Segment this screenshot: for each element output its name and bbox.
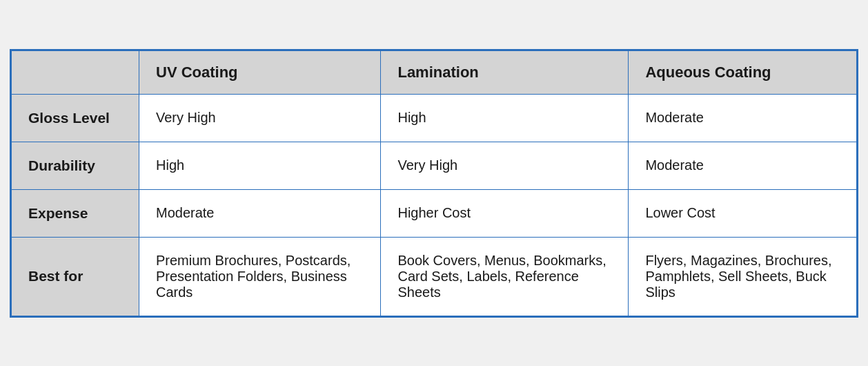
row-best-for: Best for Premium Brochures, Postcards, P… bbox=[12, 237, 857, 316]
cell-expense-uv: Moderate bbox=[139, 189, 381, 237]
header-aqueous-coating: Aqueous Coating bbox=[629, 50, 857, 94]
comparison-table-wrapper: UV Coating Lamination Aqueous Coating Gl… bbox=[10, 49, 858, 318]
comparison-table: UV Coating Lamination Aqueous Coating Gl… bbox=[11, 50, 857, 316]
row-label-best-for: Best for bbox=[12, 237, 139, 316]
cell-expense-lamination: Higher Cost bbox=[381, 189, 629, 237]
header-row: UV Coating Lamination Aqueous Coating bbox=[12, 50, 857, 94]
cell-durability-aqueous: Moderate bbox=[629, 142, 857, 189]
row-label-durability: Durability bbox=[12, 142, 139, 189]
row-durability: Durability High Very High Moderate bbox=[12, 142, 857, 189]
header-empty bbox=[12, 50, 139, 94]
row-label-gloss-level: Gloss Level bbox=[12, 94, 139, 142]
cell-best-for-uv: Premium Brochures, Postcards, Presentati… bbox=[139, 237, 381, 316]
header-lamination: Lamination bbox=[381, 50, 629, 94]
header-uv-coating: UV Coating bbox=[139, 50, 381, 94]
cell-gloss-lamination: High bbox=[381, 94, 629, 142]
cell-durability-uv: High bbox=[139, 142, 381, 189]
row-label-expense: Expense bbox=[12, 189, 139, 237]
cell-best-for-lamination: Book Covers, Menus, Bookmarks, Card Sets… bbox=[381, 237, 629, 316]
row-expense: Expense Moderate Higher Cost Lower Cost bbox=[12, 189, 857, 237]
cell-gloss-uv: Very High bbox=[139, 94, 381, 142]
row-gloss-level: Gloss Level Very High High Moderate bbox=[12, 94, 857, 142]
cell-durability-lamination: Very High bbox=[381, 142, 629, 189]
cell-best-for-aqueous: Flyers, Magazines, Brochures, Pamphlets,… bbox=[629, 237, 857, 316]
cell-expense-aqueous: Lower Cost bbox=[629, 189, 857, 237]
cell-gloss-aqueous: Moderate bbox=[629, 94, 857, 142]
